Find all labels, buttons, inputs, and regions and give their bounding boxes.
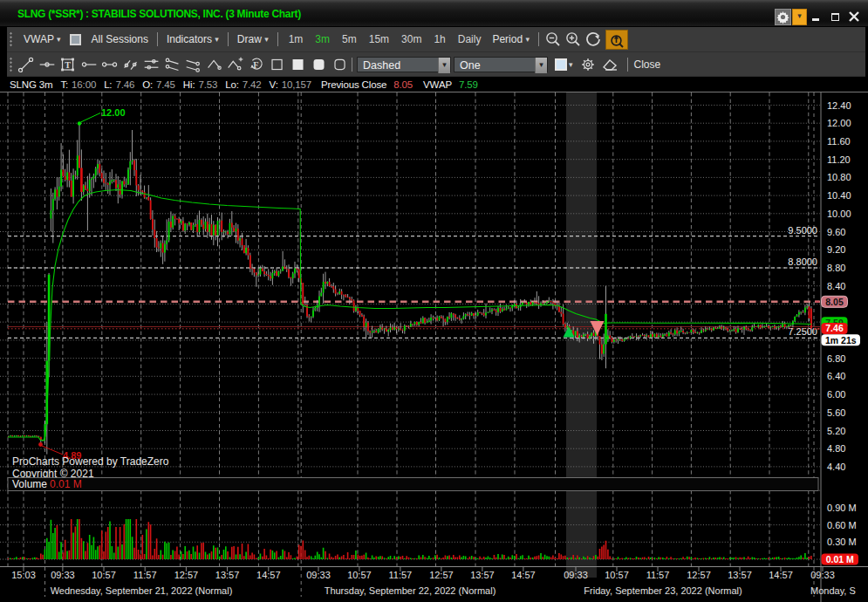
svg-text:7.46: 7.46	[825, 323, 844, 333]
svg-text:1m 21s: 1m 21s	[825, 335, 857, 345]
svg-text:8.80: 8.80	[827, 263, 845, 273]
svg-text:5.20: 5.20	[827, 426, 845, 436]
svg-text:4.80: 4.80	[827, 443, 845, 454]
svg-text:0.01 M: 0.01 M	[826, 554, 854, 564]
svg-text:5.60: 5.60	[827, 407, 845, 418]
svg-text:Friday, September 23, 2022 (No: Friday, September 23, 2022 (Normal)	[584, 585, 742, 596]
svg-text:0.01 M: 0.01 M	[50, 478, 82, 490]
svg-text:12.00: 12.00	[101, 107, 126, 118]
svg-text:Thursday, September 22, 2022 (: Thursday, September 22, 2022 (Normal)	[325, 585, 496, 596]
svg-text:ProCharts Powered by TradeZero: ProCharts Powered by TradeZero	[12, 455, 169, 468]
svg-text:10.40: 10.40	[827, 190, 851, 201]
svg-text:Volume: Volume	[12, 478, 47, 490]
svg-text:Wednesday, September 21, 2022: Wednesday, September 21, 2022 (Normal)	[51, 585, 233, 596]
svg-text:6.00: 6.00	[827, 389, 845, 400]
svg-text:9.20: 9.20	[827, 244, 845, 255]
svg-text:8.05: 8.05	[825, 297, 844, 307]
svg-text:8.40: 8.40	[827, 281, 845, 291]
svg-text:11.20: 11.20	[827, 154, 851, 165]
svg-text:6.40: 6.40	[827, 371, 845, 381]
svg-text:10.00: 10.00	[827, 209, 851, 219]
svg-text:10.80: 10.80	[827, 172, 851, 182]
svg-text:11.60: 11.60	[827, 136, 851, 147]
svg-text:9.60: 9.60	[827, 227, 845, 237]
svg-text:6.80: 6.80	[827, 353, 845, 364]
svg-text:7.2500: 7.2500	[788, 326, 817, 337]
svg-text:Monday, S: Monday, S	[810, 585, 856, 596]
svg-text:T: T	[65, 59, 71, 69]
svg-text:8.8000: 8.8000	[788, 257, 817, 267]
svg-text:12.00: 12.00	[827, 118, 851, 128]
svg-text:4.40: 4.40	[827, 462, 845, 472]
svg-text:9.5000: 9.5000	[788, 225, 817, 236]
svg-text:0.30 M: 0.30 M	[827, 537, 857, 547]
svg-text:0.90 M: 0.90 M	[827, 503, 857, 513]
svg-text:0.60 M: 0.60 M	[827, 520, 857, 530]
svg-text:12.40: 12.40	[827, 100, 851, 111]
